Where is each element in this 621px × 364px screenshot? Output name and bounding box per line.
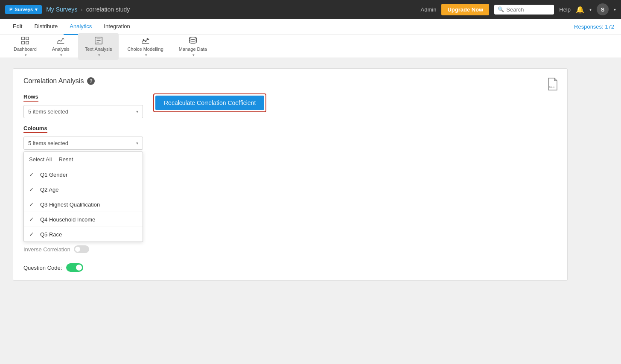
panel-body: Rows 5 items selected ▾ Coloums 5 items …	[23, 93, 557, 253]
sec-nav-analytics[interactable]: Analytics	[64, 19, 98, 35]
upgrade-button[interactable]: Upgrade Now	[441, 4, 489, 15]
svg-rect-2	[22, 41, 24, 44]
main-content: XLS Correlation Analysis ? Rows 5 items …	[0, 58, 621, 335]
bell-icon[interactable]: 🔔	[576, 6, 584, 14]
logo-label: Surveys	[15, 7, 33, 12]
analysis-chevron-icon: ▾	[60, 53, 62, 57]
text-analysis-chevron-icon: ▾	[98, 53, 100, 57]
columns-chevron-icon: ▾	[136, 141, 138, 146]
columns-label: Coloums	[23, 125, 47, 133]
panel-title-text: Correlation Analysis	[23, 77, 84, 85]
check-q4-icon: ✓	[29, 216, 36, 223]
toolbar-analysis[interactable]: Analysis ▾	[45, 33, 76, 60]
analysis-panel: XLS Correlation Analysis ? Rows 5 items …	[13, 68, 568, 281]
toolbar-choice-modelling-label: Choice Modelling	[127, 47, 163, 52]
rows-label: Rows	[23, 93, 38, 102]
columns-section: Coloums 5 items selected ▾ Select All Re…	[23, 125, 143, 242]
help-label[interactable]: Help	[559, 6, 571, 13]
toolbar-analysis-label: Analysis	[52, 47, 70, 52]
check-q1-icon: ✓	[29, 171, 36, 178]
right-panel: Recalculate Correlation Coefficient	[153, 93, 557, 253]
user-avatar[interactable]: S	[597, 3, 609, 15]
check-q2-icon: ✓	[29, 186, 36, 193]
toolbar-dashboard[interactable]: Dashboard ▾	[7, 33, 44, 60]
choice-modelling-chevron-icon: ▾	[145, 53, 147, 57]
secondary-nav: Edit Distribute Analytics Integration Re…	[0, 19, 621, 35]
dashboard-chevron-icon: ▾	[25, 53, 27, 57]
panel-title: Correlation Analysis ?	[23, 77, 557, 85]
rows-dropdown[interactable]: 5 items selected ▾	[23, 105, 143, 118]
check-q3-icon: ✓	[29, 201, 36, 208]
search-icon: 🔍	[498, 6, 504, 12]
svg-point-13	[190, 37, 197, 39]
breadcrumb-separator: ›	[81, 6, 82, 13]
responses-count: Responses: 172	[574, 23, 614, 30]
toolbar-choice-modelling[interactable]: Choice Modelling ▾	[120, 33, 170, 60]
question-code-toggle[interactable]	[66, 263, 83, 272]
rows-section: Rows 5 items selected ▾	[23, 93, 143, 118]
choice-modelling-icon	[141, 36, 150, 45]
columns-selected-text: 5 items selected	[28, 140, 68, 146]
dashboard-icon	[20, 36, 30, 45]
help-icon[interactable]: ?	[87, 77, 95, 85]
search-input[interactable]	[506, 6, 551, 13]
svg-point-11	[145, 41, 146, 42]
svg-rect-3	[26, 41, 29, 44]
reset-button[interactable]: Reset	[58, 155, 73, 163]
sec-nav-edit[interactable]: Edit	[7, 19, 28, 35]
svg-point-10	[143, 39, 144, 41]
recalc-btn-wrapper: Recalculate Correlation Coefficient	[153, 93, 266, 112]
analysis-icon	[56, 36, 65, 45]
logo-p: P	[9, 7, 12, 12]
columns-dropdown[interactable]: 5 items selected ▾	[23, 137, 143, 150]
dropdown-item-q5[interactable]: ✓ Q5 Race	[24, 227, 143, 242]
inverse-correlation-row: Inverse Correlation	[23, 245, 143, 253]
breadcrumb-mysurveys[interactable]: My Surveys	[46, 6, 77, 13]
toolbar-text-analysis[interactable]: Text Analysis ▾	[78, 33, 119, 60]
topbar-right: Admin Upgrade Now 🔍 Help 🔔 ▾ S ▾	[421, 3, 616, 15]
dropdown-item-q2[interactable]: ✓ Q2 Age	[24, 182, 143, 197]
svg-rect-0	[22, 37, 24, 39]
dropdown-item-q1[interactable]: ✓ Q1 Gender	[24, 167, 143, 182]
svg-rect-1	[26, 37, 29, 39]
toolbar-dashboard-label: Dashboard	[14, 47, 37, 52]
bell-chevron-icon[interactable]: ▾	[589, 7, 592, 12]
search-box: 🔍	[494, 5, 554, 15]
surveys-logo[interactable]: P Surveys ▾	[5, 5, 42, 14]
rows-chevron-icon: ▾	[136, 109, 138, 114]
manage-data-chevron-icon: ▾	[192, 53, 195, 57]
check-q5-icon: ✓	[29, 231, 36, 238]
inverse-correlation-toggle[interactable]	[74, 245, 89, 253]
dropdown-item-q3[interactable]: ✓ Q3 Highest Qualification	[24, 197, 143, 212]
toolbar-manage-data-label: Manage Data	[179, 47, 207, 52]
sec-nav-distribute[interactable]: Distribute	[28, 19, 64, 35]
recalculate-button[interactable]: Recalculate Correlation Coefficient	[155, 96, 264, 110]
toolbar: Dashboard ▾ Analysis ▾ Text Analysis ▾ C…	[0, 35, 621, 58]
bottom-section: Question Code:	[23, 263, 557, 272]
admin-label: Admin	[421, 6, 437, 13]
question-code-label: Question Code:	[23, 265, 62, 271]
columns-dropdown-menu: Select All Reset ✓ Q1 Gender ✓ Q2 Age	[23, 151, 143, 242]
breadcrumb-current: correlation study	[86, 6, 130, 13]
xls-export-icon[interactable]: XLS	[547, 77, 559, 92]
user-chevron-icon[interactable]: ▾	[614, 7, 616, 12]
select-all-button[interactable]: Select All	[29, 155, 52, 163]
svg-point-12	[147, 38, 148, 39]
text-analysis-icon	[94, 36, 103, 45]
breadcrumb: My Surveys › correlation study	[46, 6, 130, 13]
manage-data-icon	[188, 36, 198, 45]
dropdown-actions: Select All Reset	[24, 152, 143, 167]
sec-nav-integration[interactable]: Integration	[98, 19, 136, 35]
top-bar: P Surveys ▾ My Surveys › correlation stu…	[0, 0, 621, 19]
dropdown-item-q4[interactable]: ✓ Q4 Household Income	[24, 212, 143, 227]
toolbar-manage-data[interactable]: Manage Data ▾	[172, 33, 214, 60]
svg-text:XLS: XLS	[549, 85, 555, 88]
inverse-correlation-label: Inverse Correlation	[23, 246, 70, 253]
rows-selected-text: 5 items selected	[28, 108, 68, 115]
toolbar-text-analysis-label: Text Analysis	[85, 47, 112, 52]
logo-chevron-icon: ▾	[35, 7, 38, 12]
left-panel: Rows 5 items selected ▾ Coloums 5 items …	[23, 93, 143, 253]
